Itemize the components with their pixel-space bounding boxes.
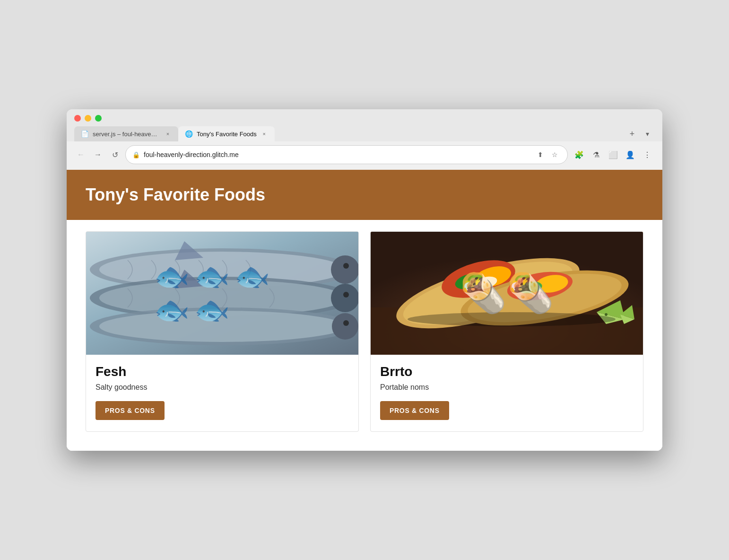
tab-page-close[interactable]: × [260, 130, 268, 138]
extensions-icon[interactable]: 🧩 [572, 147, 587, 162]
tabs-dropdown-button[interactable]: ▾ [640, 126, 655, 141]
tab-page[interactable]: 🌐 Tony's Favorite Foods × [178, 126, 275, 141]
tab-page-icon: 🌐 [185, 130, 193, 138]
browser-window: 📄 server.js – foul-heavenly-di... × 🌐 To… [67, 109, 662, 451]
title-bar: 📄 server.js – foul-heavenly-di... × 🌐 To… [67, 109, 662, 141]
svg-point-25 [518, 280, 543, 295]
traffic-lights [74, 115, 655, 122]
minimize-button[interactable] [85, 115, 91, 122]
svg-point-10 [343, 292, 349, 298]
close-button[interactable] [74, 115, 81, 122]
cards-grid: Fesh Salty goodness PROS & CONS [67, 220, 662, 451]
page-title: Tony's Favorite Foods [86, 185, 643, 205]
svg-point-11 [332, 313, 358, 340]
svg-point-9 [331, 284, 358, 312]
forward-button[interactable]: → [91, 148, 104, 161]
food-fesh-name: Fesh [95, 364, 349, 379]
toolbar-icons: 🧩 ⚗ ⬜ 👤 ⋮ [572, 147, 655, 162]
back-button[interactable]: ← [74, 148, 87, 161]
tab-code-close[interactable]: × [164, 130, 172, 138]
food-brrto-desc: Portable noms [380, 383, 634, 392]
svg-point-7 [331, 255, 358, 284]
food-brrto-name: Brrto [380, 364, 634, 379]
url-bar[interactable]: 🔒 foul-heavenly-direction.glitch.me ⬆ ☆ [125, 145, 568, 164]
food-card-brrto-image [371, 232, 643, 355]
lock-icon: 🔒 [132, 151, 140, 158]
tab-page-label: Tony's Favorite Foods [197, 131, 257, 138]
food-fesh-desc: Salty goodness [95, 383, 349, 392]
svg-point-4 [99, 280, 345, 316]
svg-point-12 [343, 320, 349, 326]
food-card-fesh-body: Fesh Salty goodness PROS & CONS [86, 355, 358, 431]
food-card-fesh: Fesh Salty goodness PROS & CONS [86, 231, 359, 432]
url-actions: ⬆ ☆ [534, 149, 561, 161]
tab-code-label: server.js – foul-heavenly-di... [93, 131, 160, 138]
food-card-fesh-image [86, 232, 358, 355]
svg-point-8 [343, 263, 349, 269]
reload-button[interactable]: ↺ [108, 148, 122, 161]
svg-point-6 [99, 311, 345, 342]
tab-code[interactable]: 📄 server.js – foul-heavenly-di... × [74, 126, 178, 141]
menu-icon[interactable]: ⋮ [640, 147, 655, 162]
address-bar: ← → ↺ 🔒 foul-heavenly-direction.glitch.m… [67, 141, 662, 170]
maximize-button[interactable] [95, 115, 102, 122]
share-icon[interactable]: ⬆ [534, 149, 547, 161]
account-icon[interactable]: 👤 [623, 147, 638, 162]
svg-point-26 [605, 313, 608, 316]
svg-point-27 [408, 312, 616, 326]
food-brrto-pros-cons-button[interactable]: PROS & CONS [380, 401, 449, 420]
svg-point-20 [473, 274, 499, 291]
page-content: Tony's Favorite Foods [67, 170, 662, 451]
lab-icon[interactable]: ⚗ [589, 147, 604, 162]
tabs-row: 📄 server.js – foul-heavenly-di... × 🌐 To… [74, 126, 655, 141]
food-card-brrto-body: Brrto Portable noms PROS & CONS [371, 355, 643, 431]
food-card-brrto: Brrto Portable noms PROS & CONS [370, 231, 643, 432]
food-fesh-pros-cons-button[interactable]: PROS & CONS [95, 401, 165, 420]
star-icon[interactable]: ☆ [548, 149, 561, 161]
page-header: Tony's Favorite Foods [67, 170, 662, 220]
new-tab-button[interactable]: + [625, 126, 640, 141]
split-icon[interactable]: ⬜ [606, 147, 621, 162]
tab-code-icon: 📄 [81, 130, 89, 138]
url-text: foul-heavenly-direction.glitch.me [144, 151, 530, 158]
